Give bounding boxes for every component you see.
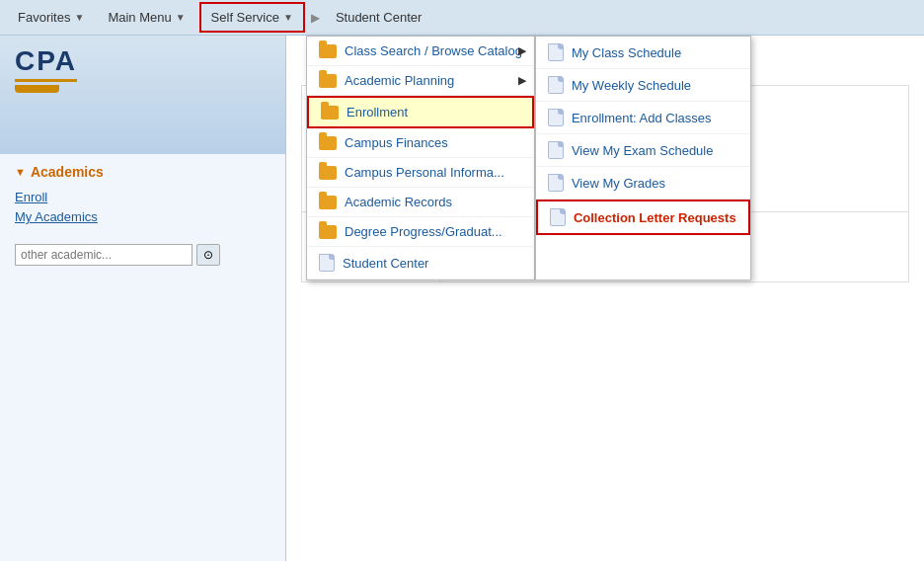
sidebar-link-enroll[interactable]: Enroll bbox=[15, 190, 270, 204]
sidebar-section-academics: ▼ Academics bbox=[15, 164, 270, 180]
dropdown-arrow-academic-planning: ▶ bbox=[518, 74, 526, 87]
sidebar-dropdown-area: ⊙ bbox=[15, 244, 270, 266]
submenu-label-enrollment-add-classes: Enrollment: Add Classes bbox=[572, 111, 712, 125]
folder-icon-academic-records bbox=[319, 196, 337, 209]
dropdown-item-campus-personal[interactable]: Campus Personal Informa... bbox=[307, 158, 534, 188]
nav-favorites[interactable]: Favorites ▼ bbox=[8, 4, 94, 31]
dropdown-item-academic-planning[interactable]: Academic Planning ▶ bbox=[307, 66, 534, 96]
other-academic-input[interactable] bbox=[15, 244, 192, 266]
self-service-arrow: ▼ bbox=[283, 12, 293, 23]
doc-icon-my-class-schedule bbox=[548, 43, 564, 61]
cpa-logo: CPA bbox=[15, 45, 77, 82]
logo-area: CPA bbox=[0, 36, 286, 154]
dropdown-label-degree-progress: Degree Progress/Graduat... bbox=[345, 224, 502, 239]
dropdown-label-enrollment: Enrollment bbox=[346, 105, 408, 120]
doc-icon-collection-letter bbox=[550, 208, 566, 226]
favorites-arrow: ▼ bbox=[74, 12, 84, 23]
primary-dropdown: Class Search / Browse Catalog ▶ Academic… bbox=[306, 36, 535, 280]
nav-separator: ▶ bbox=[309, 11, 322, 25]
doc-icon-my-weekly-schedule bbox=[548, 76, 564, 94]
submenu-item-my-weekly-schedule[interactable]: My Weekly Schedule bbox=[536, 69, 750, 102]
nav-self-service[interactable]: Self Service ▼ bbox=[199, 2, 305, 33]
dropdown-item-academic-records[interactable]: Academic Records bbox=[307, 188, 534, 217]
submenu-label-view-exam-schedule: View My Exam Schedule bbox=[572, 143, 714, 158]
sidebar-go-button[interactable]: ⊙ bbox=[196, 244, 220, 266]
folder-icon-campus-personal bbox=[319, 166, 337, 180]
folder-icon-class-search bbox=[319, 44, 337, 58]
dropdown-label-campus-personal: Campus Personal Informa... bbox=[345, 165, 504, 180]
folder-icon-enrollment bbox=[321, 106, 339, 120]
sidebar-link-my-academics[interactable]: My Academics bbox=[15, 209, 270, 224]
top-nav-bar: Favorites ▼ Main Menu ▼ Self Service ▼ ▶… bbox=[0, 0, 924, 36]
dropdown-item-enrollment[interactable]: Enrollment bbox=[307, 96, 534, 128]
dropdown-container: Class Search / Browse Catalog ▶ Academic… bbox=[306, 36, 751, 280]
submenu-item-view-exam-schedule[interactable]: View My Exam Schedule bbox=[536, 134, 750, 167]
dropdown-item-campus-finances[interactable]: Campus Finances bbox=[307, 128, 534, 158]
folder-icon-academic-planning bbox=[319, 74, 337, 88]
submenu-label-my-class-schedule: My Class Schedule bbox=[572, 45, 681, 60]
favorites-label: Favorites bbox=[18, 10, 70, 25]
submenu-label-view-my-grades: View My Grades bbox=[572, 176, 665, 191]
cpa-text: CPA bbox=[15, 45, 77, 82]
self-service-label: Self Service bbox=[211, 10, 279, 25]
student-center-label: Student Center bbox=[336, 10, 422, 25]
academics-title: Academics bbox=[31, 164, 104, 180]
sidebar: ▼ Academics Enroll My Academics ⊙ bbox=[0, 154, 286, 561]
nav-main-menu[interactable]: Main Menu ▼ bbox=[98, 4, 194, 31]
submenu-item-my-class-schedule[interactable]: My Class Schedule bbox=[536, 37, 750, 69]
submenu-item-view-my-grades[interactable]: View My Grades bbox=[536, 167, 750, 200]
submenu: My Class Schedule My Weekly Schedule Enr… bbox=[535, 36, 751, 280]
folder-icon-degree-progress bbox=[319, 225, 337, 239]
doc-icon-view-my-grades bbox=[548, 174, 564, 192]
submenu-label-collection-letter: Collection Letter Requests bbox=[574, 210, 736, 225]
doc-icon-student-center bbox=[319, 254, 335, 272]
dropdown-arrow-class-search: ▶ bbox=[518, 44, 526, 57]
dropdown-item-class-search[interactable]: Class Search / Browse Catalog ▶ bbox=[307, 37, 534, 66]
folder-icon-campus-finances bbox=[319, 136, 337, 150]
dropdown-label-academic-planning: Academic Planning bbox=[345, 73, 454, 88]
submenu-item-collection-letter[interactable]: Collection Letter Requests bbox=[536, 200, 750, 235]
nav-student-center[interactable]: Student Center bbox=[326, 4, 431, 31]
dropdown-label-academic-records: Academic Records bbox=[345, 195, 452, 209]
submenu-label-my-weekly-schedule: My Weekly Schedule bbox=[572, 78, 691, 93]
main-menu-arrow: ▼ bbox=[176, 12, 186, 23]
doc-icon-enrollment-add-classes bbox=[548, 109, 564, 126]
cpa-book-decoration bbox=[15, 85, 59, 93]
dropdown-item-student-center[interactable]: Student Center bbox=[307, 247, 534, 280]
dropdown-label-student-center: Student Center bbox=[343, 256, 428, 271]
doc-icon-view-exam-schedule bbox=[548, 141, 564, 159]
dropdown-item-degree-progress[interactable]: Degree Progress/Graduat... bbox=[307, 217, 534, 247]
sidebar-triangle-icon: ▼ bbox=[15, 166, 26, 178]
main-menu-label: Main Menu bbox=[108, 10, 171, 25]
dropdown-label-campus-finances: Campus Finances bbox=[345, 135, 448, 150]
dropdown-label-class-search: Class Search / Browse Catalog bbox=[345, 43, 522, 58]
submenu-item-enrollment-add-classes[interactable]: Enrollment: Add Classes bbox=[536, 102, 750, 134]
